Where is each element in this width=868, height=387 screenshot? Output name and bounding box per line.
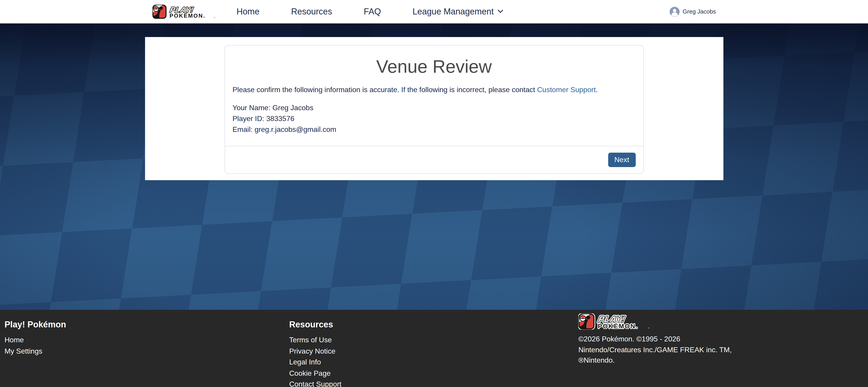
chevron-down-icon	[497, 9, 503, 13]
play-pokemon-logo-icon: PLAY! PLAY! POKÉMON. POKÉMON. ™	[578, 313, 650, 330]
svg-text:™: ™	[214, 17, 215, 19]
navbar-container: PLAY! PLAY! POKÉMON. POKÉMON. ™ Home Res…	[145, 0, 723, 23]
field-email-label: Email:	[232, 126, 253, 133]
field-your-name-label: Your Name:	[232, 104, 271, 111]
footer-column-resources: Resources Terms of Use Privacy Notice Le…	[289, 310, 578, 387]
page-footer: Play! Pokémon Home My Settings Resources…	[0, 310, 868, 387]
customer-support-link[interactable]: Customer Support	[537, 86, 596, 94]
svg-text:POKÉMON.: POKÉMON.	[169, 12, 205, 19]
user-name: Greg Jacobs	[683, 8, 716, 15]
field-player-id-label: Player ID:	[232, 115, 264, 122]
footer-play-pokemon-logo: PLAY! PLAY! POKÉMON. POKÉMON. ™	[578, 313, 650, 330]
copyright-line-2: Nintendo/Creatures Inc./GAME FREAK inc. …	[578, 346, 732, 353]
user-menu[interactable]: Greg Jacobs	[670, 6, 716, 17]
page: PLAY! PLAY! POKÉMON. POKÉMON. ™ Home Res…	[0, 0, 868, 387]
primary-nav: Home Resources FAQ League Management	[237, 0, 503, 23]
svg-text:™: ™	[648, 327, 649, 329]
page-title: Venue Review	[232, 57, 636, 76]
footer-link-legal-info[interactable]: Legal Info	[289, 357, 578, 368]
svg-text:POKÉMON.: POKÉMON.	[598, 323, 638, 330]
nav-league-management[interactable]: League Management	[412, 0, 503, 23]
confirm-instructions: Please confirm the following information…	[232, 85, 636, 95]
top-navbar: PLAY! PLAY! POKÉMON. POKÉMON. ™ Home Res…	[0, 0, 868, 24]
field-player-id-value: 3833576	[266, 115, 294, 122]
user-avatar-icon	[670, 6, 680, 17]
field-player-id: Player ID: 3833576	[232, 114, 636, 124]
venue-review-card: Venue Review Please confirm the followin…	[224, 45, 644, 174]
copyright-line-1: ©2026 Pokémon. ©1995 - 2026	[578, 335, 680, 343]
next-button[interactable]: Next	[608, 153, 636, 167]
copyright-text: ©2026 Pokémon. ©1995 - 2026 Nintendo/Cre…	[578, 334, 737, 365]
content-panel: Venue Review Please confirm the followin…	[145, 37, 723, 180]
footer-column-brand: PLAY! PLAY! POKÉMON. POKÉMON. ™ ©2026 Po…	[578, 310, 868, 387]
play-pokemon-logo-icon: PLAY! PLAY! POKÉMON. POKÉMON. ™	[152, 4, 216, 19]
field-your-name: Your Name: Greg Jacobs	[232, 102, 636, 114]
field-your-name-value: Greg Jacobs	[273, 104, 313, 111]
nav-resources[interactable]: Resources	[291, 0, 332, 23]
field-email: Email: greg.r.jacobs@gmail.com	[232, 124, 636, 135]
card-body: Venue Review Please confirm the followin…	[225, 45, 643, 146]
footer-link-my-settings[interactable]: My Settings	[4, 346, 289, 357]
nav-league-management-label: League Management	[412, 0, 494, 23]
card-footer: Next	[225, 146, 643, 173]
footer-column-play-pokemon: Play! Pokémon Home My Settings	[0, 310, 289, 387]
footer-heading-play-pokemon: Play! Pokémon	[4, 319, 289, 330]
footer-link-cookie-page[interactable]: Cookie Page	[289, 368, 578, 379]
footer-link-privacy-notice[interactable]: Privacy Notice	[289, 346, 578, 357]
nav-faq[interactable]: FAQ	[364, 0, 381, 23]
footer-link-contact-support[interactable]: Contact Support	[289, 379, 578, 387]
copyright-line-3: ®Nintendo.	[578, 356, 615, 364]
nav-home[interactable]: Home	[237, 0, 259, 23]
main-content: Venue Review Please confirm the followin…	[0, 37, 868, 180]
play-pokemon-logo[interactable]: PLAY! PLAY! POKÉMON. POKÉMON. ™	[152, 4, 216, 19]
intro-text-before: Please confirm the following information…	[232, 86, 537, 94]
footer-heading-resources: Resources	[289, 319, 578, 330]
player-info: Your Name: Greg Jacobs Player ID: 383357…	[232, 102, 636, 135]
footer-link-home[interactable]: Home	[4, 334, 289, 346]
field-email-value: greg.r.jacobs@gmail.com	[255, 126, 336, 133]
intro-text-after: .	[596, 86, 598, 94]
footer-link-terms-of-use[interactable]: Terms of Use	[289, 334, 578, 346]
